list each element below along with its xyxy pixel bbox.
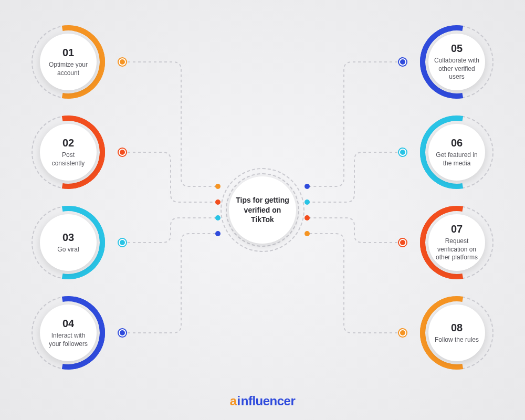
tip-node-04: 04 Interact with your followers [32,296,105,370]
hub-dot [215,184,220,189]
logo-rest: nfluencer [241,394,296,408]
hub-dot [215,215,220,220]
hub-dot [215,231,220,236]
tip-label: Follow the rules [435,336,479,344]
tip-node-01: 01 Optimize your account [32,25,105,99]
tip-label: Optimize your account [45,61,91,77]
tip-node-06: 06 Get featured in the media [420,116,494,189]
hub-dot [304,231,310,236]
tip-node-07: 07 Request verification on other platfor… [420,206,494,279]
connector-dot [399,239,406,246]
logo-letter-i: i [237,394,241,408]
hub-node: Tips for getting verified on TikTok [226,173,299,247]
tip-node-08: 08 Follow the rules [420,296,494,370]
connector-dot [399,329,406,337]
tip-label: Interact with your followers [45,332,91,348]
hub-dot [304,215,310,220]
tip-label: Post consistently [45,151,91,167]
tip-number: 03 [62,232,74,244]
tip-number: 08 [451,322,463,334]
hub-title: Tips for getting verified on TikTok [235,195,290,225]
tip-node-02: 02 Post consistently [32,116,105,189]
tip-number: 05 [451,43,463,55]
connector-dot [119,149,126,156]
hub-dot [304,184,310,189]
brand-logo: ainfluencer [230,394,296,408]
tip-label: Collaborate with other verified users [434,57,480,81]
tip-number: 04 [62,318,74,330]
connector-dot [119,239,126,246]
tip-number: 02 [62,137,74,149]
connector-dot [119,58,126,66]
connector-dot [399,58,406,66]
connector-dot [119,329,126,337]
logo-letter-a: a [230,394,237,408]
tip-label: Get featured in the media [434,151,480,167]
tip-label: Request verification on other platforms [434,237,480,262]
tip-number: 07 [451,223,463,235]
hub-dot [215,200,220,205]
hub-dot [304,200,310,205]
tip-label: Go viral [57,246,79,254]
tip-node-05: 05 Collaborate with other verified users [420,25,494,99]
tip-number: 01 [62,47,74,59]
tip-number: 06 [451,137,463,149]
connector-dot [399,149,406,156]
tip-node-03: 03 Go viral [32,206,105,279]
